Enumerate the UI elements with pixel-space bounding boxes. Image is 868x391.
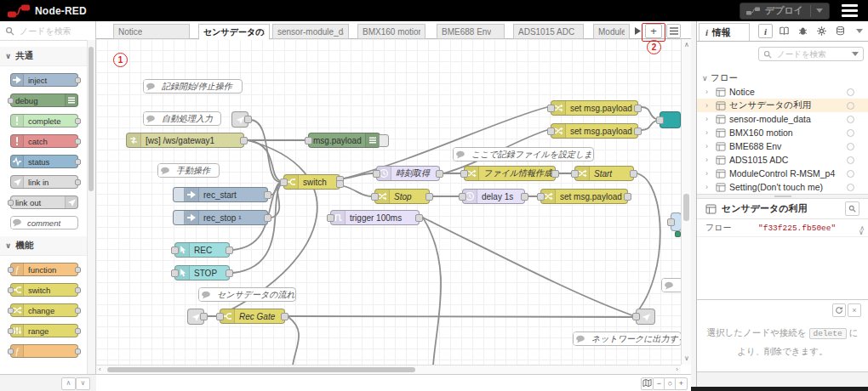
scroll-down-icon[interactable]: ∨ <box>684 355 689 362</box>
flow-tab-1[interactable]: センサデータの利用 <box>198 24 270 40</box>
output-port[interactable] <box>264 191 271 199</box>
output-port[interactable] <box>521 193 528 201</box>
flow-node-inject-rec-start[interactable]: rec_start <box>173 187 268 202</box>
flow-node-set-msg-payload-2[interactable]: set msg.payload <box>551 123 638 139</box>
output-port[interactable] <box>264 214 271 222</box>
palette-collapse-all-button[interactable]: ∧ <box>61 377 76 390</box>
output-port[interactable] <box>75 159 81 165</box>
flow-comment-auto-input[interactable]: 自動処理入力 <box>143 111 221 126</box>
flow-node-set-msg-payload-3[interactable]: set msg.payload <box>540 189 628 204</box>
flow-node-start[interactable]: Start <box>574 166 634 181</box>
zoom-in-button[interactable]: + <box>675 377 688 390</box>
chevron-right-icon[interactable]: › <box>705 128 714 137</box>
scroll-up-icon[interactable]: ∧ <box>684 42 689 48</box>
flow-node-complete[interactable]: complete <box>10 114 78 128</box>
main-menu-button[interactable] <box>842 4 858 17</box>
input-port[interactable] <box>547 105 555 112</box>
input-port[interactable] <box>8 98 14 104</box>
flow-comment[interactable]: comment <box>10 216 78 230</box>
tree-item-flow-3[interactable]: ›BMX160 motion <box>697 126 868 139</box>
flow-node-switch[interactable]: switch <box>10 283 78 297</box>
output-port[interactable] <box>624 193 631 201</box>
sidebar-tab-help-button[interactable] <box>777 24 791 38</box>
deploy-caret-icon[interactable] <box>816 8 823 13</box>
chevron-down-icon[interactable] <box>852 52 859 56</box>
input-port[interactable] <box>280 178 288 186</box>
output-port[interactable] <box>75 179 81 185</box>
input-port[interactable] <box>327 214 334 222</box>
flow-node-rec-gate[interactable]: Rec Gate <box>220 309 285 324</box>
flow-enable-toggle[interactable] <box>847 143 854 150</box>
palette-scrollbar-thumb[interactable] <box>89 47 94 191</box>
flow-node-green-dot[interactable] <box>675 231 681 237</box>
input-port[interactable] <box>571 170 579 178</box>
canvas-hscroll-thumb[interactable] <box>107 367 415 372</box>
sidebar-tab-debug-button[interactable] <box>796 24 810 38</box>
flow-node-inject-rec-stop[interactable]: rec_stop ¹ <box>173 210 268 225</box>
flow-enable-toggle[interactable] <box>847 129 854 137</box>
flow-comment-file-setting[interactable]: ここで記録ファイルを設定します <box>453 147 594 162</box>
inject-button[interactable] <box>174 211 185 224</box>
flow-tab-4[interactable]: BME688 Env <box>437 24 505 39</box>
output-port[interactable] <box>436 170 443 178</box>
chevron-right-icon[interactable]: › <box>705 88 714 96</box>
flow-enable-toggle[interactable] <box>847 116 854 123</box>
sidebar-tab-menu-button[interactable] <box>852 24 866 38</box>
input-port[interactable] <box>8 308 14 314</box>
flow-node-change[interactable]: change <box>10 303 78 317</box>
tree-root-flows[interactable]: ∨フロー <box>697 71 868 85</box>
flow-canvas[interactable]: 記録開始/停止操作自動処理入力手動操作ここで記録ファイルを設定しますセンサデータ… <box>96 39 681 365</box>
sidebar-search[interactable] <box>758 47 864 61</box>
tip-refresh-button[interactable] <box>832 303 846 317</box>
flow-enable-toggle[interactable] <box>847 156 854 164</box>
flow-enable-toggle[interactable] <box>847 184 854 191</box>
output-port[interactable] <box>281 313 288 320</box>
sidebar-tab-context-button[interactable] <box>833 24 848 38</box>
flow-tab-6[interactable]: ModuleCo <box>593 24 630 39</box>
flow-node-catch[interactable]: catch <box>10 134 78 148</box>
flow-node-status[interactable]: status <box>10 155 78 168</box>
sidebar-tab-info-button[interactable]: i <box>758 24 773 38</box>
tree-item-flow-7[interactable]: ›Setting(Don't touch me) <box>697 180 868 194</box>
input-port[interactable] <box>632 313 640 320</box>
sidebar-search-input[interactable] <box>775 48 848 60</box>
canvas-horizontal-scrollbar[interactable]: ‹ › <box>96 365 681 374</box>
flow-tab-3[interactable]: BMX160 motion <box>357 24 425 39</box>
input-port[interactable] <box>8 267 14 273</box>
input-port[interactable] <box>8 287 14 293</box>
output-port[interactable] <box>75 287 81 293</box>
output-port[interactable] <box>75 118 81 124</box>
scroll-left-icon[interactable]: ‹ <box>99 366 101 373</box>
tree-item-flow-5[interactable]: ›ADS1015 ADC <box>697 153 868 167</box>
flow-node-range[interactable]: range <box>10 324 78 337</box>
sidebar-tab-config-button[interactable] <box>814 24 829 38</box>
output-port[interactable] <box>75 328 81 334</box>
deploy-button[interactable]: デプロイ <box>740 3 830 20</box>
navigator-button[interactable] <box>641 377 654 390</box>
chevron-right-icon[interactable]: › <box>705 169 714 178</box>
output-port[interactable] <box>425 193 433 201</box>
flow-node-switch[interactable]: switch <box>283 174 340 190</box>
output-port[interactable] <box>75 267 81 273</box>
output-port[interactable] <box>630 170 637 178</box>
detail-search-button[interactable] <box>845 201 859 216</box>
input-port[interactable] <box>667 218 675 226</box>
flow-node-button-stop[interactable]: STOP <box>174 265 230 280</box>
flow-node-link-in-bottom[interactable] <box>187 309 204 325</box>
palette-category-1[interactable]: ∨機能 <box>0 236 88 256</box>
flow-enable-toggle[interactable] <box>847 170 854 178</box>
flow-tab-2[interactable]: sensor-module_data <box>272 24 349 39</box>
tree-item-flow-6[interactable]: ›ModuleControl R-MSM_p4 <box>697 167 868 180</box>
canvas-vertical-scrollbar[interactable]: ∧ ∨ <box>681 39 691 365</box>
output-port[interactable] <box>200 313 208 320</box>
output-port[interactable] <box>75 77 81 83</box>
palette-scrollbar[interactable] <box>87 40 95 374</box>
output-port[interactable] <box>226 269 233 277</box>
flow-node-debug-msg-payload[interactable]: msg.payload <box>308 133 380 148</box>
flow-node-set-msg-payload-1[interactable]: set msg.payload <box>551 100 638 116</box>
tree-item-flow-2[interactable]: ›sensor-module_data <box>697 112 868 126</box>
flow-node-function[interactable]: ffunction <box>10 263 78 276</box>
output-port[interactable] <box>551 170 559 178</box>
flow-node-trigger-100ms[interactable]: trigger 100ms <box>330 210 420 225</box>
flow-comment-network-out[interactable]: ネットワークに出力する <box>573 332 681 346</box>
